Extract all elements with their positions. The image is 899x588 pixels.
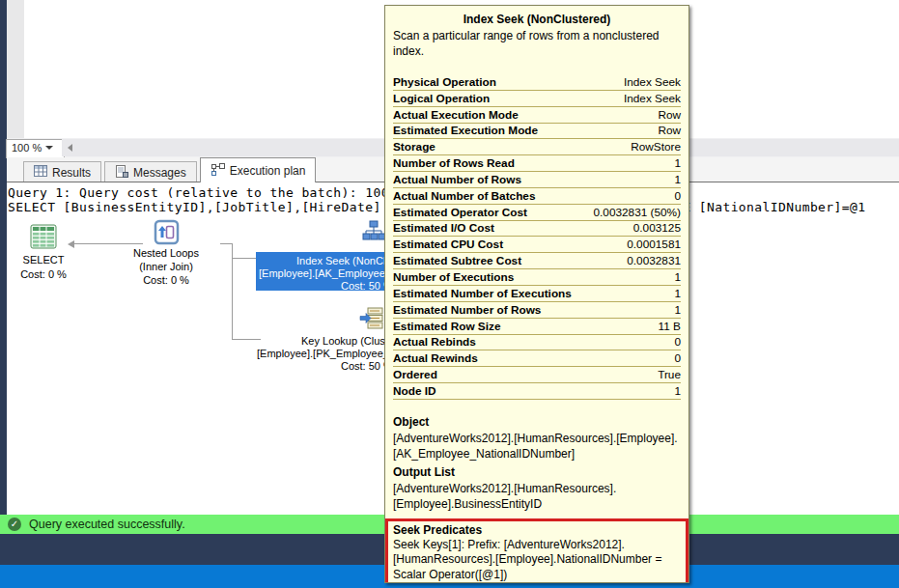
tooltip-property-row: Number of Rows Read 1	[393, 155, 681, 172]
property-label: Actual Rebinds	[393, 335, 476, 349]
property-value: RowStore	[631, 140, 681, 154]
tooltip-property-row: Actual Rebinds 0	[393, 335, 681, 351]
tab-results[interactable]: Results	[23, 161, 101, 182]
select-node-icon[interactable]	[29, 223, 58, 254]
property-value: 0.003125	[633, 221, 681, 235]
property-value: Index Seek	[624, 92, 681, 105]
select-node-cost: Cost: 0 %	[5, 268, 82, 281]
property-label: Estimated Execution Mode	[393, 124, 538, 137]
nested-loops-cost: Cost: 0 %	[108, 274, 224, 287]
property-label: Physical Operation	[393, 75, 496, 89]
section-heading: Seek Predicates	[393, 522, 681, 538]
section-line: [AdventureWorks2012].[HumanResources].[E…	[393, 431, 681, 446]
nested-loops-detail: (Inner Join)	[108, 261, 224, 273]
tab-execution-plan-label: Execution plan	[230, 164, 306, 178]
ssms-window: 100 % Results Messages Execution plan Qu…	[0, 0, 899, 588]
success-check-icon: ✓	[8, 518, 21, 531]
section-heading: Object	[393, 414, 681, 431]
property-label: Number of Rows Read	[393, 156, 515, 170]
property-label: Estimated Operator Cost	[393, 206, 527, 219]
operator-tooltip: Index Seek (NonClustered) Scan a particu…	[384, 5, 689, 583]
property-value: 1	[674, 384, 681, 398]
property-value: 1	[674, 287, 681, 300]
tooltip-section-output-list: Output List [AdventureWorks2012].[HumanR…	[393, 464, 681, 513]
property-value: 11 B	[659, 320, 681, 333]
property-label: Ordered	[393, 368, 437, 381]
property-label: Estimated I/O Cost	[393, 221, 494, 235]
section-line: Seek Keys[1]: Prefix: [AdventureWorks201…	[393, 538, 681, 553]
property-label: Logical Operation	[393, 92, 490, 105]
section-line: [AdventureWorks2012].[HumanResources].	[393, 481, 681, 496]
tooltip-property-row: Ordered True	[393, 367, 681, 383]
execution-plan-icon	[211, 163, 225, 179]
tooltip-property-row: Actual Rewinds 0	[393, 350, 681, 367]
plan-connector	[220, 243, 232, 244]
scroll-left-icon[interactable]	[68, 144, 72, 152]
chevron-down-icon[interactable]	[45, 146, 53, 150]
query-status-message: Query executed successfully.	[29, 518, 185, 531]
nested-loops-node-icon[interactable]	[154, 219, 180, 249]
tooltip-property-row: Estimated I/O Cost 0.003125	[393, 221, 681, 238]
tooltip-property-row: Node ID 1	[393, 383, 681, 400]
tooltip-property-row: Storage RowStore	[393, 139, 681, 155]
tooltip-property-row: Actual Number of Batches 0	[393, 188, 681, 205]
query-cost-header: Query 1: Query cost (relative to the bat…	[8, 185, 397, 200]
plan-connector	[74, 243, 143, 244]
section-line: [Employee].BusinessEntityID	[393, 496, 681, 512]
tab-results-label: Results	[52, 166, 91, 180]
tooltip-property-row: Estimated Subtree Cost 0.0032831	[393, 253, 681, 269]
property-value: 1	[674, 270, 681, 284]
property-label: Actual Rewinds	[393, 351, 478, 365]
property-value: Index Seek	[624, 75, 681, 89]
tab-execution-plan[interactable]: Execution plan	[200, 157, 317, 182]
tooltip-description: Scan a particular range of rows from a n…	[393, 29, 681, 59]
property-value: 1	[674, 303, 681, 317]
property-label: Estimated CPU Cost	[393, 238, 503, 251]
property-label: Actual Execution Mode	[393, 108, 519, 122]
tab-messages[interactable]: Messages	[104, 161, 197, 182]
tooltip-property-row: Estimated Operator Cost 0.0032831 (50%)	[393, 205, 681, 221]
select-node-label[interactable]: SELECT	[5, 254, 82, 266]
section-heading: Output List	[393, 464, 681, 481]
tooltip-section-seek-predicates-highlighted: Seek Predicates Seek Keys[1]: Prefix: [A…	[385, 518, 688, 584]
tooltip-property-row: Actual Execution Mode Row	[393, 107, 681, 124]
property-label: Actual Number of Batches	[393, 189, 536, 203]
property-value: 1	[674, 173, 681, 186]
property-label: Node ID	[393, 384, 436, 398]
zoom-level-dropdown[interactable]: 100 %	[6, 139, 65, 158]
property-value: 0.0001581	[627, 238, 681, 251]
property-label: Estimated Number of Executions	[393, 287, 572, 300]
property-value: 0	[674, 189, 681, 203]
editor-gutter	[7, 0, 24, 138]
tooltip-property-row: Number of Executions 1	[393, 269, 681, 286]
results-grid-icon	[34, 165, 47, 180]
section-line: [AK_Employee_NationalIDNumber]	[393, 446, 681, 462]
tooltip-section-object: Object [AdventureWorks2012].[HumanResour…	[393, 414, 681, 462]
tooltip-property-row: Estimated Number of Rows 1	[393, 302, 681, 319]
section-line: [HumanResources].[Employee].NationalIDNu…	[393, 552, 681, 568]
property-value: 1	[674, 156, 681, 170]
plan-connector	[232, 258, 256, 259]
property-value: True	[658, 368, 681, 381]
plan-arrowhead	[68, 240, 74, 248]
plan-connector	[232, 339, 261, 340]
tooltip-property-row: Logical Operation Index Seek	[393, 91, 681, 107]
key-lookup-node-icon[interactable]	[359, 306, 384, 335]
property-label: Storage	[393, 140, 435, 154]
property-value: 0.0032831 (50%)	[593, 206, 681, 219]
index-seek-node-icon[interactable]	[361, 219, 386, 248]
tooltip-property-row: Physical Operation Index Seek	[393, 74, 681, 91]
tooltip-property-row: Estimated Number of Executions 1	[393, 286, 681, 302]
nested-loops-label[interactable]: Nested Loops	[108, 247, 224, 260]
property-label: Estimated Row Size	[393, 320, 500, 333]
property-value: Row	[658, 108, 681, 122]
property-label: Number of Executions	[393, 270, 514, 284]
tooltip-property-row: Actual Number of Rows 1	[393, 172, 681, 188]
tooltip-property-row: Estimated Execution Mode Row	[393, 124, 681, 140]
property-label: Estimated Subtree Cost	[393, 254, 521, 267]
property-value: 0	[674, 351, 681, 365]
tooltip-property-row: Estimated Row Size 11 B	[393, 319, 681, 335]
tab-messages-label: Messages	[133, 166, 186, 180]
tooltip-property-table: Physical Operation Index Seek Logical Op…	[393, 74, 681, 400]
messages-document-icon	[115, 165, 128, 181]
